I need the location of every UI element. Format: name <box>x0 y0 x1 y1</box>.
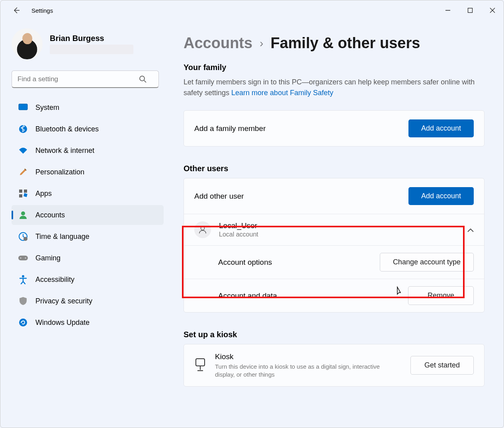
user-avatar[interactable] <box>12 28 43 59</box>
kiosk-title: Kiosk <box>215 352 382 361</box>
other-user-type: Local account <box>219 231 258 238</box>
nav-item-personalization[interactable]: Personalization <box>12 162 164 182</box>
chevron-right-icon: › <box>260 37 263 50</box>
svg-point-17 <box>201 227 204 230</box>
system-icon <box>18 102 28 113</box>
svg-point-13 <box>20 258 21 259</box>
nav-item-accessibility[interactable]: Accessibility <box>12 270 164 289</box>
bluetooth-icon <box>18 124 28 134</box>
change-account-type-button[interactable]: Change account type <box>380 253 474 272</box>
svg-point-15 <box>22 275 24 278</box>
chevron-up-icon[interactable] <box>467 226 474 234</box>
nav-label: Accessibility <box>35 276 74 284</box>
search-icon <box>139 75 147 85</box>
apps-icon <box>18 188 28 199</box>
nav-label: Network & internet <box>35 147 94 155</box>
gamepad-icon <box>18 253 28 263</box>
window-title: Settings <box>31 7 53 14</box>
add-family-account-button[interactable]: Add account <box>408 119 474 137</box>
kiosk-heading: Set up a kiosk <box>184 330 484 339</box>
user-name: Brian Burgess <box>50 34 133 43</box>
search-input[interactable] <box>12 70 159 88</box>
nav-label: Bluetooth & devices <box>35 125 99 133</box>
user-email-redacted <box>50 45 133 54</box>
wifi-icon <box>18 145 28 156</box>
family-card: Add a family member Add account <box>184 110 484 147</box>
nav-label: Windows Update <box>35 319 90 327</box>
remove-account-button[interactable]: Remove <box>408 286 474 305</box>
svg-rect-8 <box>23 193 27 197</box>
clock-globe-icon <box>18 231 28 242</box>
svg-point-9 <box>21 211 25 215</box>
accessibility-icon <box>18 274 28 285</box>
add-family-member-label: Add a family member <box>194 124 266 133</box>
svg-point-11 <box>23 237 27 241</box>
family-safety-link[interactable]: Learn more about Family Safety <box>231 89 333 97</box>
svg-rect-2 <box>19 104 27 110</box>
nav-item-bluetooth[interactable]: Bluetooth & devices <box>12 119 164 139</box>
shield-icon <box>18 296 28 306</box>
nav-item-network[interactable]: Network & internet <box>12 141 164 160</box>
close-icon <box>490 8 495 13</box>
person-icon <box>18 210 28 220</box>
svg-rect-5 <box>19 190 22 193</box>
svg-rect-12 <box>18 256 28 260</box>
nav-label: Privacy & security <box>35 297 92 305</box>
svg-point-1 <box>140 76 145 81</box>
nav-item-system[interactable]: System <box>12 98 164 117</box>
nav-item-update[interactable]: Windows Update <box>12 313 164 332</box>
breadcrumb-parent[interactable]: Accounts <box>184 35 252 52</box>
nav-label: Personalization <box>35 168 84 176</box>
nav-item-accounts[interactable]: Accounts <box>12 205 164 225</box>
kiosk-subtitle: Turn this device into a kiosk to use as … <box>215 363 382 378</box>
update-icon <box>18 317 28 328</box>
nav-item-gaming[interactable]: Gaming <box>12 248 164 268</box>
maximize-icon <box>467 8 473 13</box>
account-data-label: Account and data <box>218 291 277 300</box>
svg-point-14 <box>25 258 26 259</box>
other-user-row[interactable]: Local_User Local account <box>184 214 484 245</box>
nav-label: Gaming <box>35 254 61 262</box>
kiosk-icon <box>194 358 206 373</box>
other-users-heading: Other users <box>184 164 484 173</box>
add-other-account-button[interactable]: Add account <box>408 187 474 205</box>
nav-label: Accounts <box>35 211 65 219</box>
svg-rect-18 <box>196 359 205 366</box>
arrow-left-icon <box>12 6 20 14</box>
breadcrumb: Accounts › Family & other users <box>184 35 484 52</box>
minimize-icon <box>445 8 451 13</box>
nav-item-time[interactable]: Time & language <box>12 227 164 246</box>
other-users-card: Add other user Add account Local_User Lo… <box>184 178 484 313</box>
paintbrush-icon <box>18 167 28 177</box>
family-description: Let family members sign in to this PC—or… <box>184 77 484 98</box>
maximize-button[interactable] <box>459 0 481 20</box>
svg-rect-0 <box>468 8 473 13</box>
close-button[interactable] <box>481 0 504 20</box>
back-button[interactable] <box>8 2 24 18</box>
nav-label: Time & language <box>35 233 89 241</box>
minimize-button[interactable] <box>437 0 459 20</box>
nav-item-privacy[interactable]: Privacy & security <box>12 291 164 311</box>
other-user-name: Local_User <box>219 221 258 230</box>
nav-label: Apps <box>35 190 52 198</box>
svg-point-16 <box>19 319 27 326</box>
nav-item-apps[interactable]: Apps <box>12 184 164 203</box>
nav-label: System <box>35 104 59 112</box>
user-icon <box>194 221 211 238</box>
breadcrumb-current: Family & other users <box>270 35 420 52</box>
account-options-label: Account options <box>218 258 272 267</box>
svg-rect-6 <box>24 190 27 193</box>
kiosk-get-started-button[interactable]: Get started <box>410 356 474 375</box>
kiosk-card: Kiosk Turn this device into a kiosk to u… <box>184 344 484 387</box>
add-other-user-label: Add other user <box>194 192 244 201</box>
family-heading: Your family <box>184 63 484 72</box>
svg-rect-7 <box>19 194 22 197</box>
